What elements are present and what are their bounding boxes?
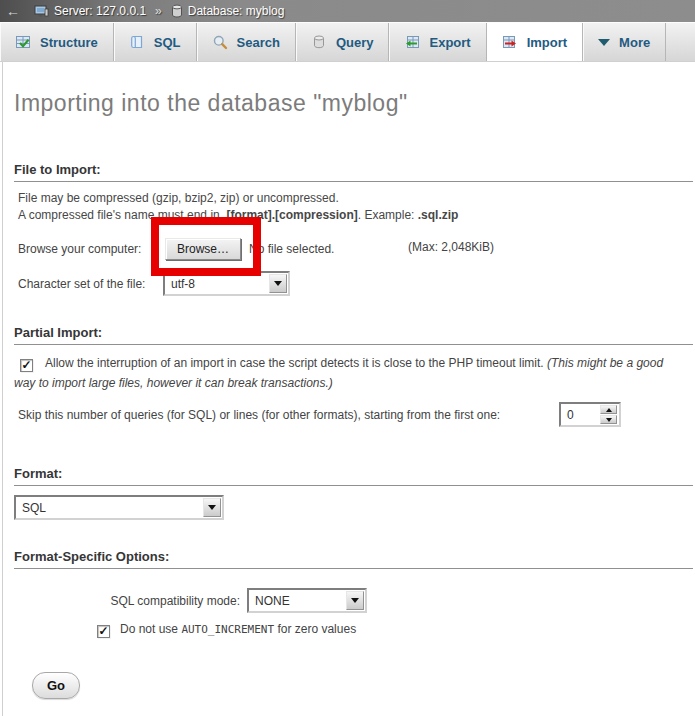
tab-structure[interactable]: Structure <box>0 23 114 61</box>
dropdown-arrow-icon <box>274 281 282 286</box>
search-icon <box>212 34 228 50</box>
charset-row: Character set of the file: utf-8 <box>14 271 290 296</box>
spinner-down-icon <box>606 418 612 422</box>
sql-icon <box>129 34 145 50</box>
content-left-border <box>2 62 3 716</box>
auto-increment-row: ✓Do not use AUTO_INCREMENT for zero valu… <box>97 622 356 638</box>
dropdown-arrow-icon <box>351 598 359 603</box>
filename-info-line: A compressed file's name must end in .[f… <box>18 207 691 224</box>
tab-bar: Structure SQL Search Query <box>0 22 695 62</box>
charset-dropdown-button[interactable] <box>269 274 287 293</box>
format-dropdown-button[interactable] <box>203 498 221 517</box>
structure-icon <box>15 34 31 50</box>
tab-label: Search <box>237 35 280 50</box>
section-heading-format: Format: <box>14 466 693 486</box>
breadcrumb-server[interactable]: Server: 127.0.0.1 <box>54 4 146 18</box>
skip-queries-value: 0 <box>561 408 600 422</box>
charset-selected-value: utf-8 <box>165 277 268 291</box>
tab-export[interactable]: Export <box>389 23 486 61</box>
tab-label: Export <box>429 35 470 50</box>
tab-label: SQL <box>154 35 181 50</box>
dropdown-arrow-icon <box>208 505 216 510</box>
filename-pattern: .[format].[compression] <box>223 208 358 222</box>
skip-queries-label: Skip this number of queries (for SQL) or… <box>18 408 551 422</box>
compression-info-line: File may be compressed (gzip, bzip2, zip… <box>18 190 691 207</box>
section-heading-partial-import: Partial Import: <box>14 325 693 345</box>
breadcrumb-database[interactable]: Database: myblog <box>188 4 285 18</box>
section-heading-file-to-import: File to Import: <box>14 162 693 182</box>
file-import-description: File may be compressed (gzip, bzip2, zip… <box>18 190 691 224</box>
tab-label: Import <box>527 35 567 50</box>
skip-queries-row: Skip this number of queries (for SQL) or… <box>14 402 621 427</box>
auto-increment-label-suffix: for zero values <box>274 622 356 636</box>
export-icon <box>404 34 420 50</box>
auto-increment-label: Do not use <box>120 622 181 636</box>
spinner-up-button[interactable] <box>600 405 617 414</box>
no-file-selected-text: No file selected. <box>249 242 334 256</box>
breadcrumb: Server: 127.0.0.1 » Database: myblog <box>34 4 284 18</box>
tab-label: Structure <box>40 35 98 50</box>
filename-example: .sql.zip <box>418 208 459 222</box>
charset-select[interactable]: utf-8 <box>163 271 290 296</box>
allow-interrupt-label: Allow the interruption of an import in c… <box>45 356 547 370</box>
spinner-buttons <box>600 405 617 424</box>
breadcrumb-separator: » <box>155 4 162 18</box>
server-icon <box>34 5 49 18</box>
section-heading-format-options: Format-Specific Options: <box>14 549 693 569</box>
tab-label: More <box>619 35 650 50</box>
max-upload-size: (Max: 2,048KiB) <box>408 240 494 254</box>
chevron-down-icon <box>598 39 610 46</box>
auto-increment-code: AUTO_INCREMENT <box>181 623 274 636</box>
page-title: Importing into the database "myblog" <box>14 90 408 117</box>
tab-more[interactable]: More <box>583 23 666 61</box>
import-icon <box>502 34 518 50</box>
skip-queries-input[interactable]: 0 <box>559 402 621 427</box>
tab-sql[interactable]: SQL <box>114 23 197 61</box>
tab-import[interactable]: Import <box>487 23 583 61</box>
breadcrumb-bar: ← Server: 127.0.0.1 » Database: myblog <box>0 0 695 22</box>
browse-row: Browse your computer: Browse… No file se… <box>14 238 691 260</box>
go-button[interactable]: Go <box>32 672 80 699</box>
format-select[interactable]: SQL <box>14 495 224 520</box>
query-icon <box>311 34 327 50</box>
sql-compat-row: SQL compatibility mode: NONE <box>0 588 367 613</box>
sql-compat-select[interactable]: NONE <box>247 588 367 613</box>
allow-interrupt-checkbox[interactable]: ✓ <box>20 359 33 372</box>
tab-label: Query <box>336 35 374 50</box>
tab-query[interactable]: Query <box>296 23 390 61</box>
browse-button[interactable]: Browse… <box>165 238 241 260</box>
back-arrow-icon[interactable]: ← <box>6 3 20 19</box>
sql-compat-dropdown-button[interactable] <box>346 591 364 610</box>
sql-compat-label: SQL compatibility mode: <box>0 594 240 608</box>
sql-compat-selected-value: NONE <box>249 594 345 608</box>
database-icon <box>171 4 183 18</box>
tab-search[interactable]: Search <box>197 23 296 61</box>
auto-increment-checkbox[interactable]: ✓ <box>97 625 110 638</box>
browse-label: Browse your computer: <box>18 242 165 256</box>
format-selected-value: SQL <box>16 501 202 515</box>
allow-interrupt-row: ✓Allow the interruption of an import in … <box>14 353 682 393</box>
main-content: Importing into the database "myblog" Fil… <box>0 62 695 716</box>
spinner-down-button[interactable] <box>600 415 617 424</box>
charset-label: Character set of the file: <box>18 277 163 291</box>
spinner-up-icon <box>606 408 612 412</box>
